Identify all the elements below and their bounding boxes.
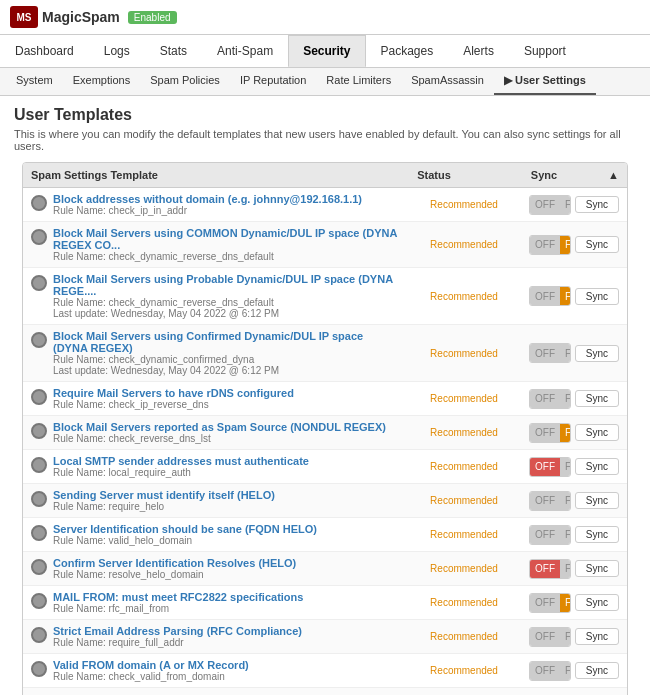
toggle-flag[interactable]: FLAG	[560, 344, 571, 362]
toggle-group[interactable]: OFF FLAG ON	[529, 457, 571, 477]
toggle-group[interactable]: OFF FLAG ON	[529, 423, 571, 443]
toggle-flag[interactable]: FLAG	[560, 458, 571, 476]
row-subtitle: Rule Name: check_ip_reverse_dns	[53, 399, 294, 410]
sync-row-button[interactable]: Sync	[575, 424, 619, 441]
toggle-off[interactable]: OFF	[530, 492, 560, 510]
row-title: Server Identification should be sane (FQ…	[53, 523, 317, 535]
toggle-group[interactable]: OFF FLAG ON	[529, 491, 571, 511]
row-title: Block Mail Servers reported as Spam Sour…	[53, 421, 386, 433]
logo-text: MagicSpam	[42, 9, 120, 25]
toggle-group[interactable]: OFF FLAG ON	[529, 627, 571, 647]
row-controls: OFF FLAG ON Sync	[529, 389, 619, 409]
nav-primary-item-security[interactable]: Security	[288, 35, 365, 67]
toggle-group[interactable]: OFF FLAG ON	[529, 525, 571, 545]
toggle-flag[interactable]: FLAG	[560, 196, 571, 214]
sync-row-button[interactable]: Sync	[575, 390, 619, 407]
toggle-off[interactable]: OFF	[530, 424, 560, 442]
toggle-group[interactable]: OFF FLAG ON	[529, 389, 571, 409]
row-subtitle: Rule Name: check_dynamic_confirmed_dynaL…	[53, 354, 399, 376]
nav-primary-item-alerts[interactable]: Alerts	[448, 35, 509, 67]
nav-secondary-item-spam-policies[interactable]: Spam Policies	[140, 68, 230, 95]
nav-primary-item-support[interactable]: Support	[509, 35, 581, 67]
row-info: Sending Server must identify itself (HEL…	[31, 489, 399, 512]
table-container: Spam Settings Template Status Sync ▲ Blo…	[22, 162, 628, 695]
row-title: Block Mail Servers using Probable Dynami…	[53, 273, 399, 297]
table-row: Local SMTP sender addresses must authent…	[23, 450, 627, 484]
sort-arrow[interactable]: ▲	[589, 169, 619, 181]
toggle-flag[interactable]: FLAG	[560, 526, 571, 544]
table-row: Sending Server must identify itself (HEL…	[23, 484, 627, 518]
row-title: Block Mail Servers using Confirmed Dynam…	[53, 330, 399, 354]
toggle-off[interactable]: OFF	[530, 344, 560, 362]
row-icon	[31, 389, 47, 405]
toggle-off[interactable]: OFF	[530, 287, 560, 305]
toggle-flag[interactable]: FLAG	[560, 628, 571, 646]
toggle-group[interactable]: OFF FLAG ON	[529, 593, 571, 613]
table-row: Server Identification should be sane (FQ…	[23, 518, 627, 552]
toggle-flag[interactable]: FLAG	[560, 287, 571, 305]
nav-secondary-item-ip-reputation[interactable]: IP Reputation	[230, 68, 316, 95]
sync-row-button[interactable]: Sync	[575, 492, 619, 509]
sync-row-button[interactable]: Sync	[575, 288, 619, 305]
row-text: Strict Email Address Parsing (RFC Compli…	[53, 625, 302, 648]
toggle-flag[interactable]: FLAG	[560, 390, 571, 408]
sync-row-button[interactable]: Sync	[575, 458, 619, 475]
toggle-off[interactable]: OFF	[530, 458, 560, 476]
nav-secondary-item-exemptions[interactable]: Exemptions	[63, 68, 140, 95]
nav-primary-item-packages[interactable]: Packages	[366, 35, 449, 67]
sync-row-button[interactable]: Sync	[575, 345, 619, 362]
toggle-flag[interactable]: FLAG	[560, 594, 571, 612]
row-subtitle: Rule Name: require_full_addr	[53, 637, 302, 648]
nav-secondary-item-spamassassin[interactable]: SpamAssassin	[401, 68, 494, 95]
toggle-group[interactable]: OFF FLAG ON	[529, 235, 571, 255]
toggle-group[interactable]: OFF FLAG ON	[529, 195, 571, 215]
row-info: Require Mail Servers to have rDNS config…	[31, 387, 399, 410]
toggle-off[interactable]: OFF	[530, 560, 560, 578]
toggle-flag[interactable]: FLAG	[560, 560, 571, 578]
col-template-header: Spam Settings Template	[31, 169, 369, 181]
toggle-off[interactable]: OFF	[530, 594, 560, 612]
sync-row-button[interactable]: Sync	[575, 196, 619, 213]
toggle-off[interactable]: OFF	[530, 526, 560, 544]
row-status: Recommended	[399, 461, 529, 472]
row-text: Confirm Server Identification Resolves (…	[53, 557, 296, 580]
toggle-group[interactable]: OFF FLAG ON	[529, 559, 571, 579]
row-subtitle: Rule Name: check_dynamic_reverse_dns_def…	[53, 297, 399, 319]
nav-secondary-item-rate-limiters[interactable]: Rate Limiters	[316, 68, 401, 95]
table-row: Strict Email Address Parsing (RFC Compli…	[23, 620, 627, 654]
toggle-group[interactable]: OFF FLAG ON	[529, 343, 571, 363]
row-icon	[31, 491, 47, 507]
sync-row-button[interactable]: Sync	[575, 594, 619, 611]
toggle-flag[interactable]: FLAG	[560, 492, 571, 510]
row-title: Require Mail Servers to have rDNS config…	[53, 387, 294, 399]
nav-secondary-item-system[interactable]: System	[6, 68, 63, 95]
sync-row-button[interactable]: Sync	[575, 526, 619, 543]
row-title: Block Mail Servers using COMMON Dynamic/…	[53, 227, 399, 251]
toggle-group[interactable]: OFF FLAG ON	[529, 661, 571, 681]
sync-row-button[interactable]: Sync	[575, 236, 619, 253]
row-text: Server Identification should be sane (FQ…	[53, 523, 317, 546]
toggle-off[interactable]: OFF	[530, 390, 560, 408]
sync-row-button[interactable]: Sync	[575, 628, 619, 645]
toggle-group[interactable]: OFF FLAG ON	[529, 286, 571, 306]
row-status: Recommended	[399, 348, 529, 359]
row-controls: OFF FLAG ON Sync	[529, 525, 619, 545]
sync-row-button[interactable]: Sync	[575, 662, 619, 679]
toggle-off[interactable]: OFF	[530, 236, 560, 254]
nav-primary-item-dashboard[interactable]: Dashboard	[0, 35, 89, 67]
row-text: Block addresses without domain (e.g. joh…	[53, 193, 362, 216]
toggle-off[interactable]: OFF	[530, 196, 560, 214]
table-row: Block Mail Servers using Probable Dynami…	[23, 268, 627, 325]
nav-primary-item-stats[interactable]: Stats	[145, 35, 202, 67]
nav-primary-item-logs[interactable]: Logs	[89, 35, 145, 67]
sync-row-button[interactable]: Sync	[575, 560, 619, 577]
toggle-flag[interactable]: FLAG	[560, 236, 571, 254]
toggle-off[interactable]: OFF	[530, 628, 560, 646]
toggle-off[interactable]: OFF	[530, 662, 560, 680]
nav-secondary-item--user-settings[interactable]: ▶ User Settings	[494, 68, 596, 95]
row-text: Valid FROM domain (A or MX Record) Rule …	[53, 659, 249, 682]
toggle-flag[interactable]: FLAG	[560, 424, 571, 442]
toggle-flag[interactable]: FLAG	[560, 662, 571, 680]
nav-primary-item-anti-spam[interactable]: Anti-Spam	[202, 35, 288, 67]
row-title: Valid FROM domain (A or MX Record)	[53, 659, 249, 671]
